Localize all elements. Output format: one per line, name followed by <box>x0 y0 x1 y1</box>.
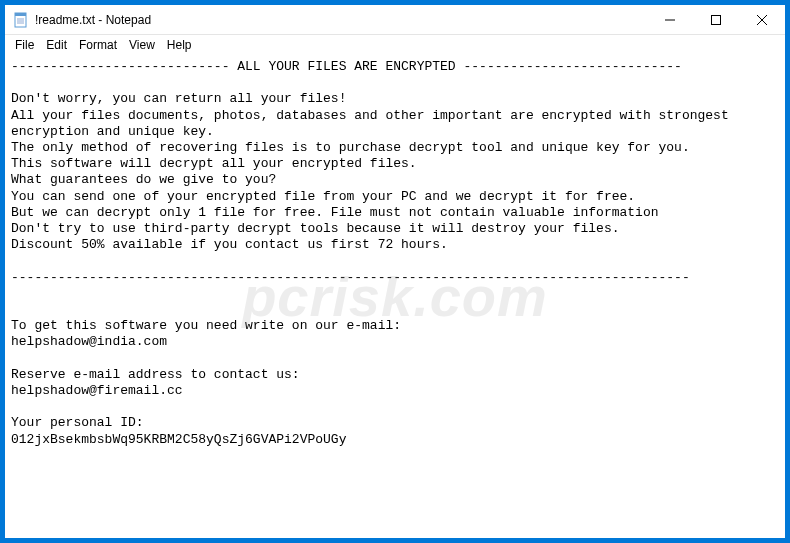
text-area[interactable]: ---------------------------- ALL YOUR FI… <box>5 55 785 538</box>
title-bar: !readme.txt - Notepad <box>5 5 785 35</box>
watermark: pcrisk.com <box>242 288 548 304</box>
menu-view[interactable]: View <box>123 37 161 53</box>
maximize-button[interactable] <box>693 5 739 35</box>
window-title: !readme.txt - Notepad <box>35 13 151 27</box>
menu-help[interactable]: Help <box>161 37 198 53</box>
minimize-button[interactable] <box>647 5 693 35</box>
close-button[interactable] <box>739 5 785 35</box>
menu-edit[interactable]: Edit <box>40 37 73 53</box>
svg-rect-1 <box>15 13 26 16</box>
svg-rect-6 <box>712 15 721 24</box>
notepad-icon <box>13 12 29 28</box>
menu-format[interactable]: Format <box>73 37 123 53</box>
menu-bar: File Edit Format View Help <box>5 35 785 55</box>
document-text: ---------------------------- ALL YOUR FI… <box>11 59 737 447</box>
notepad-window: !readme.txt - Notepad File Edit Format V… <box>4 4 786 539</box>
menu-file[interactable]: File <box>9 37 40 53</box>
